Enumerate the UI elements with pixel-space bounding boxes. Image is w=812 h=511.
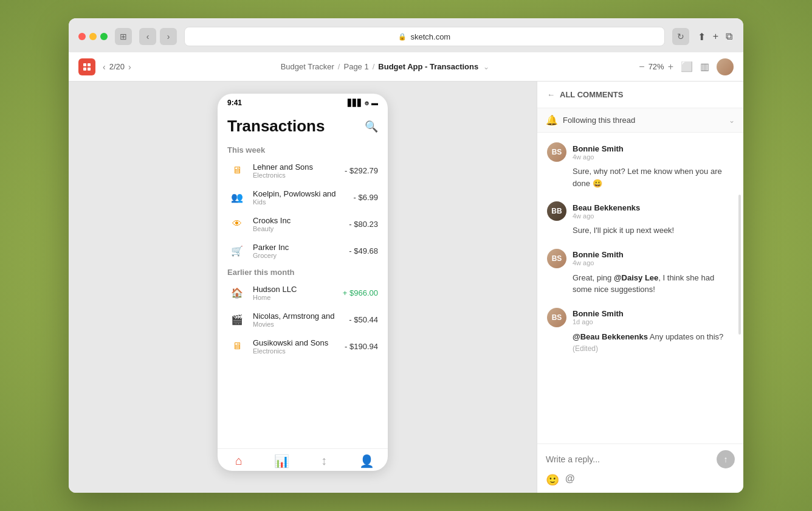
section-earlier-month: Earlier this month (227, 268, 378, 277)
external-link-button[interactable]: ⬜ (681, 61, 693, 72)
following-text: Following this thread (563, 116, 724, 125)
split-view-button[interactable]: ▥ (700, 61, 709, 72)
svg-rect-1 (88, 63, 91, 66)
transaction-name: Gusikowski and Sons (253, 338, 339, 347)
browser-titlebar: ⊞ ‹ › 🔒 sketch.com ↻ ⬆ + ⧉ (69, 18, 743, 52)
search-button[interactable]: 🔍 (365, 120, 378, 133)
url-text: sketch.com (410, 32, 450, 41)
zoom-in-button[interactable]: + (668, 61, 673, 72)
battery-icon: ▬ (371, 99, 378, 106)
zoom-level: 72% (649, 62, 664, 71)
address-bar[interactable]: 🔒 sketch.com (184, 27, 665, 46)
app-canvas: 9:41 ▋▋▋ ⌾ ▬ Transactions 🔍 This (69, 82, 537, 493)
comment-header: BS Bonnie Smith 4w ago (547, 142, 734, 162)
comments-scroll-area[interactable]: BS Bonnie Smith 4w ago Sure, why not? Le… (537, 133, 743, 443)
avatar: BB (547, 201, 566, 221)
next-page-button[interactable]: › (128, 62, 131, 72)
transaction-item: 🏠 Hudson LLC Home + $966.00 (227, 283, 378, 302)
refresh-button[interactable]: ↻ (672, 28, 689, 45)
forward-button[interactable]: › (160, 28, 177, 45)
fullscreen-button[interactable] (100, 33, 108, 40)
transaction-amount: - $292.79 (345, 166, 378, 175)
edited-label: (Edited) (573, 344, 598, 353)
avatar-initials: BS (547, 249, 566, 268)
nav-stats-button[interactable]: 📊 (260, 454, 303, 468)
back-button[interactable]: ‹ (139, 28, 156, 45)
transaction-item: 🎬 Nicolas, Armstrong and Movies - $50.44 (227, 310, 378, 329)
transaction-name: Koelpin, Powlowski and (253, 189, 348, 198)
transaction-item: 👥 Koelpin, Powlowski and Kids - $6.99 (227, 187, 378, 207)
comment-block: BS Bonnie Smith 4w ago Sure, why not? Le… (547, 142, 734, 189)
transaction-info: Gusikowski and Sons Electronics (253, 338, 339, 355)
share-button[interactable]: ⬆ (697, 30, 707, 44)
sidebar-toggle-button[interactable]: ⊞ (115, 28, 132, 45)
breadcrumb-part2: Page 1 (343, 62, 368, 71)
lock-icon: 🔒 (398, 33, 407, 41)
bell-icon: 🔔 (546, 114, 558, 126)
breadcrumb: Budget Tracker / Page 1 / Budget App - T… (139, 62, 632, 71)
comments-panel: ← ALL COMMENTS 🔔 Following this thread ⌄… (537, 82, 743, 493)
comment-header: BS Bonnie Smith 1d ago (547, 308, 734, 327)
page-navigation: ‹ 2/20 › (103, 62, 131, 72)
avatar-initials: BS (547, 308, 566, 327)
comment-author: Bonnie Smith (573, 309, 624, 318)
transaction-name: Hudson LLC (253, 285, 337, 294)
breadcrumb-current: Budget App - Transactions (378, 62, 478, 71)
kids-icon: 👥 (227, 187, 247, 207)
breadcrumb-sep1: / (338, 62, 340, 71)
prev-page-button[interactable]: ‹ (103, 62, 106, 72)
nav-transactions-button[interactable]: ↕ (303, 454, 345, 468)
close-button[interactable] (78, 33, 86, 40)
comment-meta: Bonnie Smith 4w ago (573, 144, 624, 161)
transaction-info: Lehner and Sons Electronics (253, 162, 339, 179)
browser-window: ⊞ ‹ › 🔒 sketch.com ↻ ⬆ + ⧉ (69, 18, 743, 493)
transaction-amount: - $49.68 (349, 246, 378, 255)
transaction-amount: - $6.99 (354, 193, 378, 202)
main-content: 9:41 ▋▋▋ ⌾ ▬ Transactions 🔍 This (69, 82, 743, 493)
nav-home-button[interactable]: ⌂ (218, 454, 260, 468)
comments-header[interactable]: ← ALL COMMENTS (537, 82, 743, 108)
tabs-overview-button[interactable]: ⧉ (724, 30, 734, 43)
comment-meta: Beau Bekkenenks 4w ago (573, 203, 640, 220)
send-button[interactable]: ↑ (717, 450, 735, 468)
comment-body: @Beau Bekkenenks Any updates on this? (E… (547, 331, 734, 355)
minimize-button[interactable] (89, 33, 97, 40)
breadcrumb-dropdown-icon[interactable]: ⌄ (483, 63, 489, 71)
avatar: BS (547, 249, 566, 268)
emoji-button[interactable]: 🙂 (546, 473, 559, 487)
scrollbar-track[interactable] (738, 195, 741, 335)
new-tab-button[interactable]: + (712, 30, 720, 43)
phone-time: 9:41 (227, 99, 242, 107)
comment-header: BB Beau Bekkenenks 4w ago (547, 201, 734, 221)
back-arrow-icon[interactable]: ← (547, 90, 555, 99)
comment-block: BB Beau Bekkenenks 4w ago Sure, I'll pic… (547, 201, 734, 237)
comment-body: Sure, I'll pick it up next week! (547, 224, 734, 237)
transaction-amount-positive: + $966.00 (343, 288, 378, 297)
browser-nav-controls: ‹ › (139, 28, 177, 45)
transaction-item: 🖥 Lehner and Sons Electronics - $292.79 (227, 161, 378, 180)
transaction-name: Nicolas, Armstrong and (253, 311, 343, 321)
svg-rect-2 (83, 68, 86, 71)
following-bar[interactable]: 🔔 Following this thread ⌄ (537, 108, 743, 133)
reply-input[interactable] (546, 454, 712, 464)
mention: @Beau Bekkenenks (573, 332, 648, 341)
nav-profile-button[interactable]: 👤 (345, 454, 388, 468)
chevron-down-icon: ⌄ (729, 116, 735, 125)
transaction-info: Crooks Inc Beauty (253, 216, 343, 232)
mention-button[interactable]: @ (565, 473, 575, 487)
zoom-controls: − 72% + (639, 61, 673, 72)
transaction-amount: - $190.94 (345, 342, 378, 351)
phone-nav-bar: ⌂ 📊 ↕ 👤 (218, 448, 388, 471)
zoom-out-button[interactable]: − (639, 61, 644, 72)
transaction-category: Kids (253, 198, 348, 206)
comment-author: Bonnie Smith (573, 250, 624, 259)
send-icon: ↑ (724, 454, 728, 464)
transaction-info: Nicolas, Armstrong and Movies (253, 311, 343, 328)
user-avatar[interactable] (717, 58, 734, 75)
mention: @Daisy Lee (614, 273, 658, 282)
avatar: BS (547, 142, 566, 162)
section-this-week: This week (227, 145, 378, 155)
phone-mockup: 9:41 ▋▋▋ ⌾ ▬ Transactions 🔍 This (218, 94, 388, 471)
browser-chrome: ⊞ ‹ › 🔒 sketch.com ↻ ⬆ + ⧉ (69, 18, 743, 52)
refresh-icon: ↻ (677, 32, 684, 41)
